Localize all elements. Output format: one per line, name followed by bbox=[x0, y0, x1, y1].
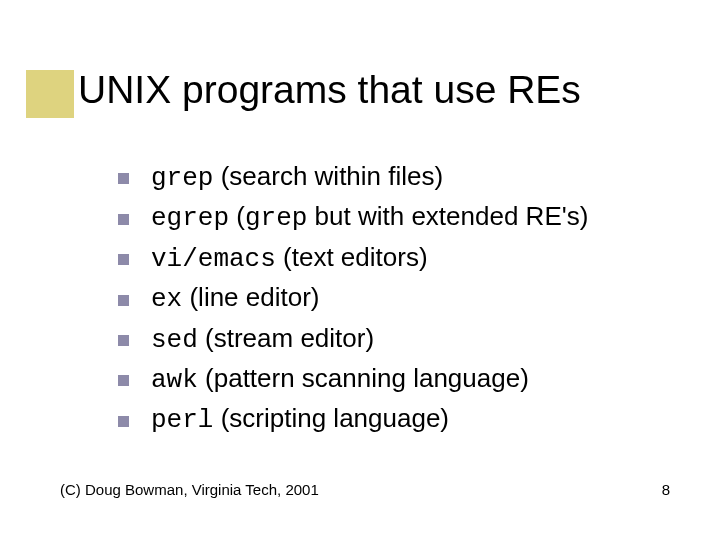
bullet-icon bbox=[118, 335, 129, 346]
list-item: sed (stream editor) bbox=[118, 324, 678, 356]
slide-title: UNIX programs that use REs bbox=[78, 68, 581, 112]
bullet-list: grep (search within files) egrep (grep b… bbox=[118, 162, 678, 445]
bullet-icon bbox=[118, 416, 129, 427]
list-item-text: ex (line editor) bbox=[151, 283, 320, 315]
bullet-icon bbox=[118, 295, 129, 306]
footer-copyright: (C) Doug Bowman, Virginia Tech, 2001 bbox=[60, 481, 319, 498]
list-item-text: egrep (grep but with extended RE's) bbox=[151, 202, 588, 234]
list-item-text: grep (search within files) bbox=[151, 162, 443, 194]
list-item: ex (line editor) bbox=[118, 283, 678, 315]
list-item-text: vi/emacs (text editors) bbox=[151, 243, 428, 275]
list-item-text: awk (pattern scanning language) bbox=[151, 364, 529, 396]
list-item-text: perl (scripting language) bbox=[151, 404, 449, 436]
bullet-icon bbox=[118, 214, 129, 225]
list-item: egrep (grep but with extended RE's) bbox=[118, 202, 678, 234]
bullet-icon bbox=[118, 254, 129, 265]
bullet-icon bbox=[118, 173, 129, 184]
list-item: vi/emacs (text editors) bbox=[118, 243, 678, 275]
title-accent-block bbox=[26, 70, 74, 118]
bullet-icon bbox=[118, 375, 129, 386]
slide-number: 8 bbox=[662, 481, 670, 498]
list-item: perl (scripting language) bbox=[118, 404, 678, 436]
list-item-text: sed (stream editor) bbox=[151, 324, 374, 356]
list-item: grep (search within files) bbox=[118, 162, 678, 194]
list-item: awk (pattern scanning language) bbox=[118, 364, 678, 396]
